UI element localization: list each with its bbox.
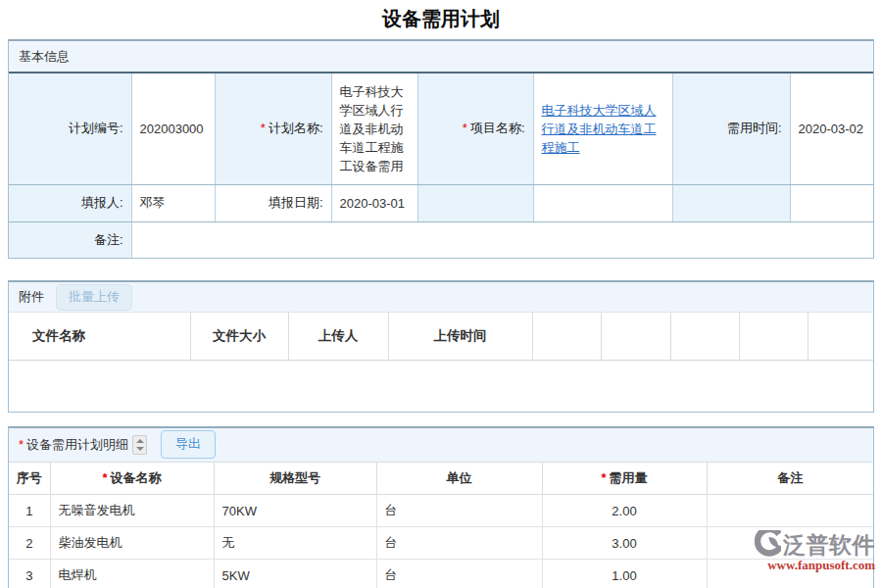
detail-cell: 2	[9, 527, 50, 560]
attachments-column-header: 上传时间	[388, 313, 532, 360]
detail-cell: 70KW	[214, 495, 376, 527]
empty-label-cell	[417, 184, 533, 221]
project-name-label: *项目名称:	[417, 74, 533, 184]
detail-cell: 台	[376, 560, 542, 588]
detail-section-header: * 设备需用计划明细 导出	[9, 428, 873, 463]
attachments-header-row: 文件名称文件大小上传人上传时间	[9, 313, 873, 360]
sort-spinner-icon[interactable]	[132, 435, 147, 455]
attachments-section-header: 附件 批量上传	[9, 282, 873, 313]
basic-info-table: 计划编号: 202003000 *计划名称: 电子科技大学区域人行道及非机动车道…	[9, 74, 873, 258]
table-row: 备注:	[9, 221, 873, 258]
report-date-label: 填报日期:	[215, 184, 331, 221]
detail-header-row: 序号*设备名称规格型号单位*需用量备注	[9, 463, 873, 495]
project-name-link[interactable]: 电子科技大学区域人行道及非机动车道工程施工	[542, 103, 657, 155]
reporter-value: 邓琴	[131, 184, 215, 221]
plan-name-label: *计划名称:	[215, 74, 331, 184]
attachments-column-header	[739, 313, 808, 360]
detail-column-header: 备注	[707, 463, 873, 495]
reporter-label: 填报人:	[9, 184, 131, 221]
required-mark: *	[261, 121, 266, 135]
report-date-value: 2020-03-01	[331, 184, 417, 221]
detail-cell: 3	[9, 560, 50, 588]
attachments-column-header: 文件名称	[9, 313, 190, 360]
empty-value-cell	[533, 184, 672, 221]
need-time-value: 2020-03-02	[790, 74, 873, 184]
attachments-empty-body	[9, 361, 873, 412]
attachments-column-header	[808, 313, 873, 360]
batch-upload-button[interactable]: 批量上传	[56, 284, 132, 311]
required-mark: *	[19, 437, 24, 452]
basic-info-section: 基本信息 计划编号: 202003000 *计划名称: 电子科技大学区域人行道及…	[8, 39, 874, 259]
detail-column-header: 规格型号	[214, 463, 376, 495]
plan-no-label: 计划编号:	[9, 74, 131, 184]
required-mark: *	[463, 121, 467, 135]
detail-cell: 台	[376, 495, 542, 527]
detail-column-header: 序号	[9, 463, 50, 495]
table-row: 2柴油发电机无台3.00	[9, 527, 873, 560]
detail-cell: 1.00	[542, 560, 707, 588]
required-mark: *	[601, 470, 606, 485]
detail-cell: 无噪音发电机	[50, 495, 214, 527]
remark-label: 备注:	[9, 221, 131, 258]
detail-cell: 电焊机	[50, 560, 214, 588]
attachments-column-header	[670, 313, 739, 360]
detail-cell	[707, 560, 873, 588]
detail-cell: 台	[376, 527, 542, 560]
remark-value	[131, 221, 873, 258]
attachments-section: 附件 批量上传 文件名称文件大小上传人上传时间	[8, 280, 874, 413]
detail-cell	[707, 495, 873, 527]
export-button[interactable]: 导出	[161, 430, 216, 459]
attachments-column-header: 文件大小	[190, 313, 288, 360]
detail-section: * 设备需用计划明细 导出 序号*设备名称规格型号单位*需用量备注 1无噪音发电…	[8, 426, 874, 588]
plan-name-value: 电子科技大学区域人行道及非机动车道工程施工设备需用	[331, 74, 417, 184]
empty-value-cell	[790, 184, 873, 221]
detail-cell: 2.00	[542, 495, 707, 527]
table-row: 1无噪音发电机70KW台2.00	[9, 495, 873, 527]
plan-no-value: 202003000	[131, 74, 215, 184]
detail-cell: 柴油发电机	[50, 527, 214, 560]
empty-label-cell	[672, 184, 790, 221]
attachments-table: 文件名称文件大小上传人上传时间	[9, 313, 873, 361]
detail-column-header: 单位	[376, 463, 542, 495]
attachments-column-header	[601, 313, 670, 360]
basic-info-section-title: 基本信息	[19, 48, 70, 66]
table-row: 填报人: 邓琴 填报日期: 2020-03-01	[9, 184, 873, 221]
detail-table: 序号*设备名称规格型号单位*需用量备注 1无噪音发电机70KW台2.002柴油发…	[9, 463, 873, 588]
need-time-label: 需用时间:	[672, 74, 790, 184]
attachments-column-header	[532, 313, 601, 360]
arrow-up-icon	[136, 439, 144, 443]
page-title: 设备需用计划	[0, 7, 882, 30]
attachments-column-header: 上传人	[288, 313, 388, 360]
detail-column-header: *设备名称	[50, 463, 214, 495]
arrow-down-icon	[136, 447, 144, 451]
project-name-cell: 电子科技大学区域人行道及非机动车道工程施工	[533, 74, 672, 184]
required-mark: *	[102, 470, 107, 485]
detail-cell: 无	[214, 527, 376, 560]
detail-column-header: *需用量	[542, 463, 707, 495]
detail-section-title: 设备需用计划明细	[26, 436, 128, 454]
detail-cell	[707, 527, 873, 560]
attachments-section-title: 附件	[19, 288, 44, 306]
basic-info-section-header: 基本信息	[9, 41, 873, 74]
table-row: 3电焊机5KW台1.00	[9, 560, 873, 588]
detail-cell: 5KW	[214, 560, 376, 588]
detail-cell: 3.00	[542, 527, 707, 560]
table-row: 计划编号: 202003000 *计划名称: 电子科技大学区域人行道及非机动车道…	[9, 74, 873, 184]
detail-cell: 1	[9, 495, 50, 527]
